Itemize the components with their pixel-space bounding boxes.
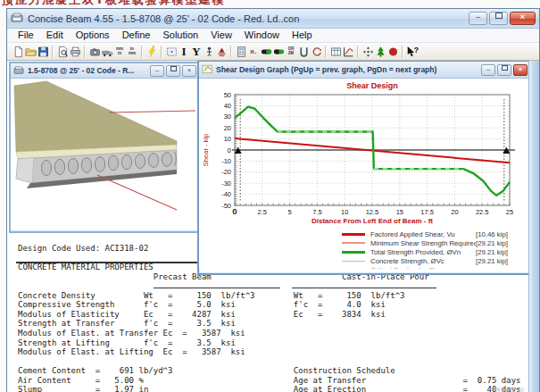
- svg-text:30: 30: [224, 113, 231, 121]
- open-file-icon[interactable]: [24, 45, 37, 59]
- stirrup-icon[interactable]: [297, 45, 310, 59]
- svg-text:17.5: 17.5: [420, 208, 434, 216]
- menu-solution[interactable]: Solution: [157, 29, 204, 42]
- beam-close-button[interactable]: ×: [182, 65, 196, 77]
- report-line: Modulus of Elast. at Lifting Ec = 3587 k…: [18, 347, 521, 357]
- zoom-extents-icon[interactable]: [361, 45, 374, 59]
- cip-column-underline: [292, 288, 436, 288]
- app-icon: [11, 11, 23, 27]
- beam-minimize-button[interactable]: –: [150, 65, 164, 77]
- svg-text:15: 15: [396, 208, 403, 216]
- report-line: [18, 281, 521, 291]
- report-line: Compressive Strength f'c = 5.0 ksi f'c =…: [18, 300, 521, 310]
- menu-window[interactable]: Window: [239, 29, 285, 42]
- svg-text:2.5: 2.5: [258, 208, 267, 216]
- close-button[interactable]: ×: [510, 12, 536, 25]
- menu-define[interactable]: Define: [117, 29, 156, 42]
- svg-text:?: ?: [414, 46, 419, 54]
- camber-icon[interactable]: [260, 45, 272, 59]
- results-table-icon[interactable]: [329, 45, 342, 59]
- render-photo-icon[interactable]: [88, 45, 101, 59]
- svg-text:-10: -10: [221, 157, 231, 165]
- graph-window-icon: [202, 62, 212, 78]
- transport-truck-icon[interactable]: [101, 45, 113, 59]
- chart-legend: Factored Applied Shear, Vu[10.46 kip]Min…: [342, 229, 522, 269]
- graph-close-button[interactable]: ×: [513, 64, 528, 76]
- units-metric-icon[interactable]: to mm: [126, 45, 138, 59]
- svg-text:10: 10: [224, 135, 231, 143]
- graph-window-title-bar[interactable]: Shear Design Graph (PgUp = prev. graph, …: [199, 62, 530, 79]
- svg-text:Shear - kip: Shear - kip: [202, 134, 210, 166]
- report-line: Modulus of Elast. at Transfer Ec = 3587 …: [18, 329, 521, 338]
- svg-text:7.5: 7.5: [312, 208, 321, 216]
- menu-help[interactable]: Help: [287, 29, 318, 42]
- strand-pattern-icon[interactable]: Y: [190, 45, 203, 59]
- menu-options[interactable]: Options: [71, 29, 115, 42]
- legend-value: [29.21 kip]: [476, 248, 522, 256]
- context-help-icon[interactable]: ?: [406, 45, 419, 59]
- load-cases-icon[interactable]: If..: [247, 45, 260, 59]
- beam-window-icon: [13, 63, 24, 79]
- deflection-icon[interactable]: [272, 45, 285, 59]
- select-region-icon[interactable]: [165, 45, 178, 59]
- legend-row: Total Strength Provided, ØVn[29.21 kip]: [342, 247, 522, 256]
- print-preview-icon[interactable]: [56, 45, 69, 59]
- menu-file[interactable]: File: [12, 29, 39, 42]
- record-icon[interactable]: [386, 45, 399, 59]
- units-imperial-icon[interactable]: mm in: [113, 45, 126, 59]
- graph-maximize-button[interactable]: [497, 64, 511, 76]
- maximize-button[interactable]: [489, 12, 508, 25]
- beam-section-icon[interactable]: I: [178, 45, 190, 59]
- torsion-icon[interactable]: [310, 45, 322, 59]
- legend-label: Concrete Strength, ØVc: [370, 257, 476, 265]
- svg-text:20: 20: [451, 208, 458, 216]
- run-analysis-icon[interactable]: [145, 45, 158, 59]
- beam-window-title-bar[interactable]: 1.5-8708 @ 25' - 02 Code - R... – ×: [11, 63, 199, 79]
- legend-row: Factored Applied Shear, Vu[10.46 kip]: [342, 229, 522, 238]
- beam-window-title: 1.5-8708 @ 25' - 02 Code - R...: [28, 66, 148, 75]
- report-line: [18, 357, 521, 367]
- graph-minimize-button[interactable]: –: [481, 64, 495, 76]
- svg-text:-20: -20: [221, 168, 231, 176]
- title-bar[interactable]: Concise Beam 4.55 - 1.5-8708 @ 25' - 02 …: [7, 9, 539, 29]
- window-border-strip: [528, 61, 539, 392]
- tree-view-icon[interactable]: [374, 45, 386, 59]
- report-line: Cement Content = 691 lb/yd^3 Constructio…: [18, 366, 521, 376]
- print-icon[interactable]: [69, 45, 81, 59]
- svg-text:-30: -30: [221, 179, 231, 188]
- legend-row: Concrete Strength, ØVc[29.21 kip]: [342, 257, 522, 266]
- menu-view[interactable]: View: [205, 29, 237, 42]
- shear-design-chart: -50-40-30-20-100102030405002.557.51012.5…: [200, 79, 525, 226]
- svg-text:12.5: 12.5: [366, 208, 379, 216]
- report-line: Modulus of Elasticity Ec = 4287 ksi Ec =…: [18, 310, 521, 320]
- supports-icon[interactable]: [215, 45, 228, 59]
- legend-row: Critical Section for Shear: [342, 266, 522, 269]
- watermark-bottom: 结构论坛: [494, 386, 526, 392]
- rebar-options-icon[interactable]: OR 2M: [285, 45, 297, 59]
- new-file-icon[interactable]: [12, 45, 24, 59]
- minimize-button[interactable]: –: [469, 12, 487, 25]
- legend-swatch: [342, 233, 365, 236]
- watermark-top: 预应力混凝土双T板堆载验算模型建模: [2, 0, 270, 7]
- report-line: Strength at Lifting f'c = 3.5 ksi: [18, 338, 521, 348]
- svg-text:5: 5: [288, 208, 292, 216]
- svg-text:22.5: 22.5: [476, 208, 489, 216]
- app-window: Concise Beam 4.55 - 1.5-8708 @ 25' - 02 …: [6, 8, 540, 392]
- svg-text:Shear Design: Shear Design: [346, 81, 398, 90]
- save-icon[interactable]: [37, 45, 49, 59]
- legend-value: [10.46 kip]: [476, 230, 522, 238]
- results-graph-icon[interactable]: [342, 45, 354, 59]
- beam-3d-view: [11, 79, 195, 229]
- legend-label: Critical Section for Shear: [370, 266, 476, 269]
- svg-text:25: 25: [506, 208, 513, 216]
- legend-label: Minimum Shear Strength Required: [370, 239, 476, 247]
- menu-edit[interactable]: Edit: [41, 29, 69, 42]
- svg-text:-50: -50: [221, 202, 231, 210]
- mdi-area: SUMMARY REPORT Design Code Used: ACI318-…: [7, 61, 539, 392]
- legend-value: [29.21 kip]: [476, 257, 522, 265]
- report-line: Strength at Transfer f'c = 3.5 ksi: [18, 319, 521, 329]
- beam-maximize-button[interactable]: [166, 65, 180, 77]
- legend-label: Factored Applied Shear, Vu: [370, 230, 476, 238]
- loads-icon[interactable]: [203, 45, 215, 59]
- calculator-icon[interactable]: [235, 45, 247, 59]
